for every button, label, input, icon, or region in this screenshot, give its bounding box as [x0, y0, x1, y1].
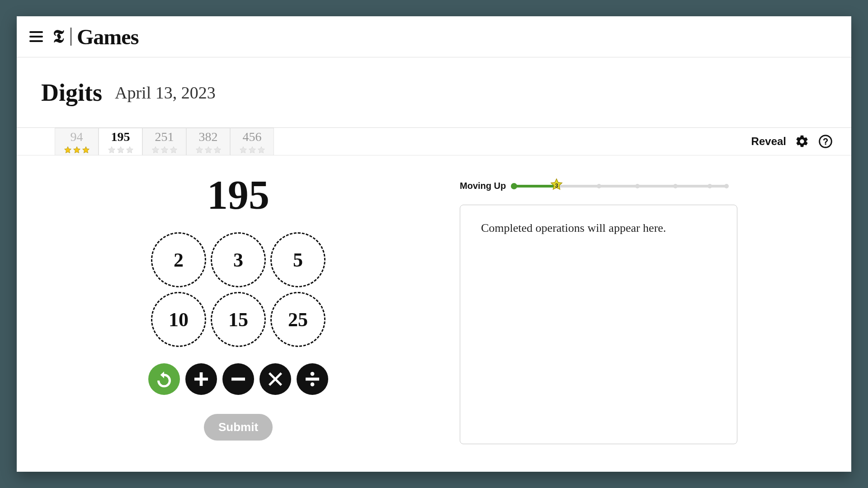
star-icon: [160, 146, 169, 154]
svg-point-0: [820, 136, 832, 148]
gear-icon: [795, 134, 809, 149]
minus-icon: [229, 370, 247, 388]
star-icon: [64, 146, 72, 154]
svg-point-4: [311, 382, 315, 386]
star-icon: [73, 146, 81, 154]
game-date: April 13, 2023: [115, 83, 216, 103]
undo-button[interactable]: [148, 363, 180, 395]
puzzle-tab-value: 94: [71, 130, 83, 144]
operations-row: [148, 363, 328, 395]
puzzle-tab-stars: [195, 146, 222, 154]
number-grid: 235101525: [151, 232, 326, 347]
star-icon: [117, 146, 125, 154]
reveal-button[interactable]: Reveal: [751, 135, 786, 148]
star-icon: [108, 146, 116, 154]
star-icon: [195, 146, 203, 154]
progress-star-value: 3: [555, 182, 558, 189]
divide-icon: [303, 370, 321, 388]
game-name: Digits: [41, 79, 102, 107]
divide-button[interactable]: [297, 363, 328, 395]
progress-bar: 3: [514, 185, 726, 188]
progress-dot: [724, 184, 729, 188]
puzzle-tab-251[interactable]: 251: [142, 128, 186, 155]
subtract-button[interactable]: [222, 363, 254, 395]
submit-button[interactable]: Submit: [204, 414, 273, 441]
puzzle-tab-value: 251: [155, 130, 174, 144]
star-icon: [213, 146, 222, 154]
puzzle-tab-value: 195: [111, 130, 130, 144]
play-area: 195 235101525 Submit: [17, 155, 851, 444]
progress-column: Moving Up 3 Completed operations will ap…: [460, 167, 749, 444]
star-icon: [82, 146, 90, 154]
star-icon: [151, 146, 160, 154]
puzzle-tabs: 94195251382456: [55, 128, 274, 155]
operations-panel: Completed operations will appear here.: [460, 205, 737, 444]
puzzle-selector-row: 94195251382456 Reveal: [17, 128, 851, 155]
number-tile-10[interactable]: 10: [151, 292, 206, 347]
operations-placeholder: Completed operations will appear here.: [481, 221, 716, 235]
progress-star: 3: [550, 178, 563, 193]
svg-point-2: [311, 372, 315, 376]
progress-dot: [673, 184, 678, 188]
number-tile-25[interactable]: 25: [270, 292, 326, 347]
game-title-row: Digits April 13, 2023: [17, 57, 851, 128]
add-button[interactable]: [185, 363, 217, 395]
puzzle-tab-value: 456: [243, 130, 262, 144]
puzzle-tab-value: 382: [199, 130, 218, 144]
help-button[interactable]: [818, 134, 833, 149]
app-frame: 𝕿 Games Digits April 13, 2023 9419525138…: [17, 16, 851, 472]
star-icon: [248, 146, 256, 154]
star-icon: [170, 146, 178, 154]
menu-button[interactable]: [29, 31, 43, 42]
puzzle-tab-456[interactable]: 456: [230, 128, 274, 155]
brand: 𝕿 Games: [53, 24, 138, 49]
number-tile-15[interactable]: 15: [211, 292, 266, 347]
global-header: 𝕿 Games: [17, 16, 851, 57]
progress-label: Moving Up: [460, 181, 506, 191]
star-icon: [126, 146, 134, 154]
puzzle-tab-stars: [108, 146, 134, 154]
multiply-icon: [266, 370, 284, 388]
puzzle-tab-stars: [151, 146, 178, 154]
brand-separator: [71, 28, 71, 46]
multiply-button[interactable]: [259, 363, 291, 395]
puzzle-column: 195 235101525 Submit: [17, 167, 460, 444]
plus-icon: [192, 370, 210, 388]
svg-rect-3: [306, 378, 319, 381]
progress-dot: [511, 183, 517, 189]
progress-row: Moving Up 3: [460, 181, 726, 191]
puzzle-tab-94[interactable]: 94: [55, 128, 99, 155]
brand-product: Games: [77, 24, 138, 49]
settings-button[interactable]: [794, 134, 810, 149]
star-icon: [257, 146, 265, 154]
progress-dot: [708, 184, 712, 188]
puzzle-tab-382[interactable]: 382: [186, 128, 230, 155]
target-number: 195: [207, 171, 269, 219]
star-icon: [239, 146, 247, 154]
help-icon: [818, 134, 833, 149]
puzzle-tab-195[interactable]: 195: [99, 128, 142, 155]
number-tile-3[interactable]: 3: [211, 232, 266, 287]
progress-dot: [635, 184, 640, 188]
undo-icon: [155, 370, 173, 388]
number-tile-2[interactable]: 2: [151, 232, 206, 287]
nyt-logo-icon: 𝕿: [53, 28, 64, 46]
number-tile-5[interactable]: 5: [270, 232, 326, 287]
progress-dot: [597, 184, 601, 188]
puzzle-tab-stars: [64, 146, 90, 154]
svg-rect-1: [231, 378, 245, 381]
star-icon: [204, 146, 212, 154]
puzzle-tab-stars: [239, 146, 265, 154]
